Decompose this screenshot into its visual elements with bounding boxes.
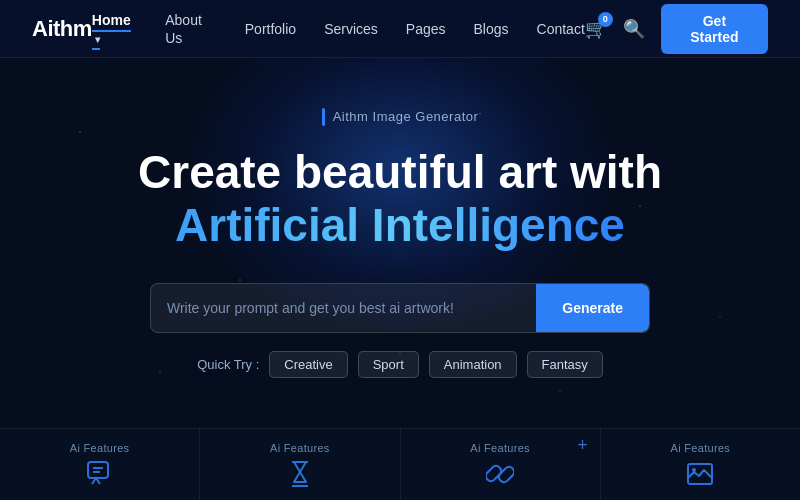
quick-try-sport[interactable]: Sport <box>358 351 419 378</box>
plus-icon: + <box>577 435 588 456</box>
feature-card-0: Ai Features <box>0 429 200 500</box>
feature-label-0: Ai Features <box>70 442 130 454</box>
nav-link-home[interactable]: Home ▾ <box>92 12 131 50</box>
feature-icon-2 <box>486 460 514 492</box>
quick-try-fantasy[interactable]: Fantasy <box>527 351 603 378</box>
nav-item-contact[interactable]: Contact <box>537 20 585 38</box>
feature-card-2: Ai Features + <box>401 429 601 500</box>
nav-links: Home ▾ About Us Portfolio Services Pages… <box>92 11 585 47</box>
cart-badge: 0 <box>598 12 613 27</box>
svg-point-7 <box>692 468 696 472</box>
nav-item-services[interactable]: Services <box>324 20 378 38</box>
chevron-down-icon: ▾ <box>95 34 100 45</box>
nav-item-blogs[interactable]: Blogs <box>474 20 509 38</box>
feature-label-3: Ai Features <box>671 442 731 454</box>
hero-title: Create beautiful art with Artificial Int… <box>138 146 662 252</box>
feature-card-3: Ai Features <box>601 429 800 500</box>
nav-right: 🛒 0 🔍 Get Started <box>585 4 768 54</box>
nav-link-about[interactable]: About Us <box>165 12 202 46</box>
nav-link-blogs[interactable]: Blogs <box>474 21 509 37</box>
search-icon[interactable]: 🔍 <box>623 18 645 40</box>
feature-label-2: Ai Features <box>470 442 530 454</box>
nav-link-contact[interactable]: Contact <box>537 21 585 37</box>
features-strip: Ai Features Ai Features Ai Features + <box>0 428 800 500</box>
hero-search-bar[interactable]: Generate <box>150 283 650 333</box>
prompt-input[interactable] <box>151 284 536 332</box>
quick-try-creative[interactable]: Creative <box>269 351 347 378</box>
feature-label-1: Ai Features <box>270 442 330 454</box>
quick-try: Quick Try : Creative Sport Animation Fan… <box>197 351 603 378</box>
nav-link-portfolio[interactable]: Portfolio <box>245 21 296 37</box>
svg-rect-0 <box>88 462 108 478</box>
get-started-button[interactable]: Get Started <box>661 4 768 54</box>
hero-title-line1: Create beautiful art with <box>138 146 662 198</box>
logo: Aithm <box>32 16 92 42</box>
svg-line-5 <box>496 470 504 478</box>
nav-item-portfolio[interactable]: Portfolio <box>245 20 296 38</box>
cart-icon-container[interactable]: 🛒 0 <box>585 18 607 40</box>
badge-bar <box>322 108 325 126</box>
feature-card-1: Ai Features <box>200 429 400 500</box>
nav-item-about[interactable]: About Us <box>165 11 217 47</box>
navbar: Aithm Home ▾ About Us Portfolio Services… <box>0 0 800 58</box>
feature-icon-1 <box>286 460 314 492</box>
quick-try-label: Quick Try : <box>197 357 259 372</box>
feature-icon-3 <box>686 460 714 492</box>
generate-button[interactable]: Generate <box>536 284 649 332</box>
nav-item-home[interactable]: Home ▾ <box>92 11 137 47</box>
hero-section: Aithm Image Generator Create beautiful a… <box>0 58 800 428</box>
quick-try-animation[interactable]: Animation <box>429 351 517 378</box>
hero-badge: Aithm Image Generator <box>322 108 479 126</box>
feature-icon-0 <box>86 460 114 492</box>
nav-link-services[interactable]: Services <box>324 21 378 37</box>
nav-item-pages[interactable]: Pages <box>406 20 446 38</box>
badge-text: Aithm Image Generator <box>333 109 479 124</box>
nav-link-pages[interactable]: Pages <box>406 21 446 37</box>
hero-title-line2: Artificial Intelligence <box>175 199 625 251</box>
